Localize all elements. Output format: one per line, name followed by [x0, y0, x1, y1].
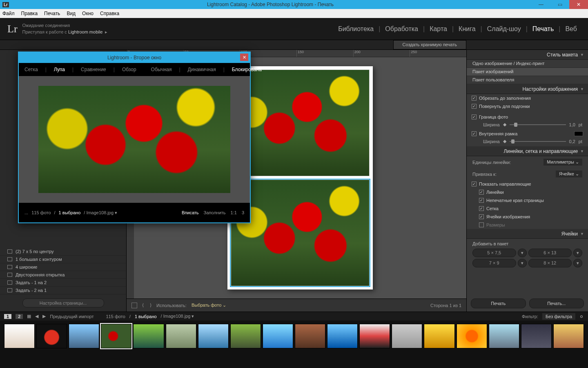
template-item[interactable]: 1 большая с контуром	[0, 256, 126, 263]
layout-style-header[interactable]: Стиль макета▼	[467, 50, 588, 60]
filmstrip[interactable]	[0, 321, 588, 352]
tab-survey[interactable]: Обзор	[122, 67, 136, 72]
select-checkbox[interactable]	[131, 303, 137, 308]
print-cell-selected[interactable]	[231, 180, 370, 286]
image-settings-header[interactable]: Настройки изображения▼	[467, 84, 588, 94]
crop-fill-checkbox[interactable]	[472, 96, 477, 101]
menu-help[interactable]: Справка	[100, 11, 119, 16]
nav-fwd-icon[interactable]: ▶	[42, 314, 46, 319]
use-dropdown[interactable]: Выбрать фото ⌄	[192, 303, 226, 308]
module-book[interactable]: Книга	[455, 25, 479, 33]
inner-frame-checkbox[interactable]	[472, 131, 477, 136]
filmstrip-thumb[interactable]	[230, 324, 261, 348]
inner-frame-color-swatch[interactable]	[574, 131, 583, 136]
page-setup-button[interactable]: Настройка страницы...	[22, 298, 104, 307]
menu-window[interactable]: Окно	[82, 11, 94, 16]
ruler-units-dropdown[interactable]: Миллиметры ⌄	[543, 159, 582, 166]
source-label[interactable]: Предыдущий импорт	[50, 314, 94, 319]
filter-dropdown[interactable]: Без фильтра	[542, 313, 575, 320]
guide-dimensions-checkbox[interactable]	[479, 222, 484, 227]
border-width-knob-icon[interactable]: ◆	[503, 122, 506, 127]
border-width-slider[interactable]	[510, 124, 566, 125]
create-saved-print-button[interactable]: Создать хранимую печать	[393, 40, 466, 49]
filmstrip-thumb[interactable]	[359, 324, 390, 348]
inner-width-slider[interactable]	[510, 141, 566, 142]
minimize-button[interactable]: —	[532, 0, 550, 9]
cell-size-button[interactable]: 6 × 13	[528, 249, 572, 257]
tab-grid[interactable]: Сетка	[24, 67, 38, 72]
tab-locked[interactable]: Блокирована	[232, 67, 262, 72]
filmstrip-thumb[interactable]	[4, 324, 35, 348]
filmstrip-thumb[interactable]	[424, 324, 454, 348]
show-guides-checkbox[interactable]	[472, 182, 477, 186]
layout-opt-custom[interactable]: Пакет пользователя	[467, 76, 588, 84]
inner-width-knob-icon[interactable]: ◆	[503, 139, 506, 144]
module-develop[interactable]: Обработка	[381, 25, 422, 33]
guide-cells-checkbox[interactable]	[479, 214, 484, 219]
filmstrip-thumb[interactable]	[521, 324, 552, 348]
module-slideshow[interactable]: Слайд-шоу	[483, 25, 525, 33]
cell-size-more[interactable]: ▾	[573, 249, 582, 257]
monitor-2-badge[interactable]: 2	[16, 314, 23, 319]
filmstrip-thumb[interactable]	[69, 324, 99, 348]
template-item[interactable]: Задать - 2 на 1	[0, 287, 126, 294]
template-item[interactable]: (2) 7 x 5 по центру	[0, 248, 126, 256]
rulers-grid-header[interactable]: Линейки, сетка и направляющие▼	[467, 146, 588, 156]
tab-live[interactable]: Динамичная	[188, 67, 216, 72]
template-item[interactable]: Двусторонняя открытка	[0, 271, 126, 279]
snap-dropdown[interactable]: Ячейке ⌄	[556, 171, 582, 177]
guide-bleed-checkbox[interactable]	[479, 198, 484, 203]
zoom-1to1-button[interactable]: 1:1	[231, 210, 237, 215]
filter-lock-icon[interactable]: ⭘	[579, 314, 584, 319]
filmstrip-thumb[interactable]	[263, 324, 293, 348]
menu-print[interactable]: Печать	[44, 11, 60, 16]
nav-back-icon[interactable]: ◀	[35, 314, 38, 319]
cell-size-more[interactable]: ▾	[518, 259, 527, 267]
print-button[interactable]: Печать	[471, 298, 526, 308]
cell-size-button[interactable]: 7 × 9	[472, 259, 516, 267]
filmstrip-thumb[interactable]	[295, 324, 325, 348]
grid-icon[interactable]: ▦	[27, 314, 31, 319]
prev-page-icon[interactable]: ⟨	[142, 303, 145, 308]
layout-opt-package[interactable]: Пакет изображений	[467, 68, 588, 76]
zoom-fit-button[interactable]: Вписать	[182, 210, 199, 215]
rotate-fit-checkbox[interactable]	[472, 104, 477, 109]
module-web[interactable]: Веб	[561, 25, 581, 33]
filmstrip-thumb[interactable]	[553, 324, 584, 348]
filmstrip-thumb[interactable]	[166, 324, 196, 348]
template-item[interactable]: 4 широкие	[0, 263, 126, 271]
close-button[interactable]: ✕	[569, 0, 588, 9]
mobile-prompt[interactable]: Приступая к работе с Lightroom mobile ▸	[22, 29, 108, 35]
menu-view[interactable]: Вид	[67, 11, 76, 16]
secondary-window-image[interactable]	[19, 76, 250, 203]
filmstrip-thumb[interactable]	[133, 324, 164, 348]
secondary-window-close-button[interactable]: ✕	[240, 54, 248, 61]
tab-compare[interactable]: Сравнение	[81, 67, 106, 72]
module-map[interactable]: Карта	[426, 25, 451, 33]
menu-edit[interactable]: Правка	[21, 11, 38, 16]
filmstrip-thumb[interactable]	[392, 324, 422, 348]
next-page-icon[interactable]: ⟩	[150, 303, 151, 308]
template-item[interactable]: Задать - 1 на 2	[0, 279, 126, 287]
print-cell[interactable]	[231, 70, 370, 176]
cell-size-button[interactable]: 8 × 12	[528, 259, 572, 267]
filmstrip-thumb[interactable]	[327, 324, 358, 348]
filmstrip-thumb[interactable]	[198, 324, 229, 348]
print-dialog-button[interactable]: Печать...	[529, 298, 584, 308]
module-library[interactable]: Библиотека	[334, 25, 377, 33]
guide-grid-checkbox[interactable]	[479, 206, 484, 211]
cell-size-more[interactable]: ▾	[573, 259, 582, 267]
guide-rulers-checkbox[interactable]	[479, 190, 484, 195]
filmstrip-thumb[interactable]	[489, 324, 519, 348]
monitor-1-badge[interactable]: 1	[4, 314, 11, 319]
cell-size-more[interactable]: ▾	[518, 249, 527, 257]
secondary-window-title-bar[interactable]: Lightroom - Второе окно ✕	[19, 52, 250, 63]
zoom-fill-button[interactable]: Заполнить	[204, 210, 226, 215]
menu-file[interactable]: Файл	[2, 11, 15, 16]
photo-border-checkbox[interactable]	[472, 114, 477, 119]
cell-size-button[interactable]: 5 × 7,5	[472, 249, 516, 257]
tab-normal[interactable]: Обычная	[151, 67, 172, 72]
filmstrip-thumb-selected[interactable]	[101, 324, 131, 348]
filmstrip-thumb[interactable]	[457, 324, 487, 348]
maximize-button[interactable]: ▭	[550, 0, 569, 9]
